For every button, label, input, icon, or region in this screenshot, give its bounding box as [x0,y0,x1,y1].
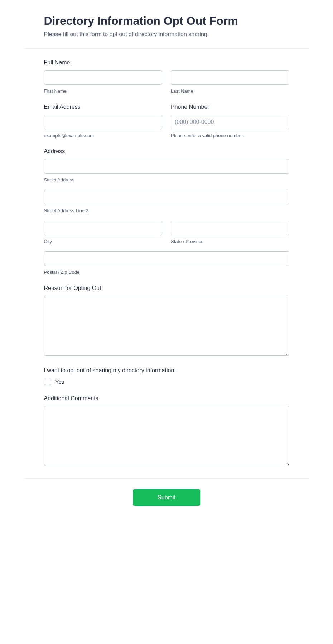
form-header: Directory Information Opt Out Form Pleas… [24,0,309,49]
last-name-input[interactable] [171,70,289,85]
comments-label: Additional Comments [44,395,289,402]
street-address-sublabel: Street Address [44,177,289,183]
street-address-2-input[interactable] [44,190,289,204]
street-address-input[interactable] [44,159,289,174]
city-sublabel: City [44,239,163,244]
postal-code-sublabel: Postal / Zip Code [44,270,289,275]
optout-group: I want to opt out of sharing my director… [44,367,289,385]
email-sublabel: example@example.com [44,133,163,138]
contact-group: Email Address example@example.com Phone … [44,104,289,138]
address-label: Address [44,148,289,155]
full-name-label: Full Name [44,59,289,66]
phone-sublabel: Please enter a valid phone number. [171,133,289,138]
page-title: Directory Information Opt Out Form [44,14,289,28]
reason-textarea[interactable] [44,296,289,356]
state-input[interactable] [171,221,289,235]
last-name-sublabel: Last Name [171,88,289,94]
postal-code-input[interactable] [44,251,289,266]
form-body: Full Name First Name Last Name Email Add… [24,49,309,478]
submit-button[interactable]: Submit [133,489,200,506]
city-input[interactable] [44,221,163,235]
email-label: Email Address [44,104,163,110]
form-footer: Submit [24,478,309,524]
reason-label: Reason for Opting Out [44,285,289,291]
optout-yes-label: Yes [56,379,64,385]
address-group: Address Street Address Street Address Li… [44,148,289,275]
phone-input[interactable] [171,115,289,129]
optout-label: I want to opt out of sharing my director… [44,367,289,374]
comments-textarea[interactable] [44,406,289,466]
phone-label: Phone Number [171,104,289,110]
email-input[interactable] [44,115,163,129]
reason-group: Reason for Opting Out [44,285,289,357]
comments-group: Additional Comments [44,395,289,468]
first-name-input[interactable] [44,70,163,85]
first-name-sublabel: First Name [44,88,163,94]
form-container: Directory Information Opt Out Form Pleas… [24,0,309,524]
page-subtitle: Please fill out this form to opt out of … [44,31,289,38]
full-name-group: Full Name First Name Last Name [44,59,289,94]
state-sublabel: State / Province [171,239,289,244]
street-address-2-sublabel: Street Address Line 2 [44,208,289,213]
optout-yes-checkbox[interactable] [44,378,51,385]
